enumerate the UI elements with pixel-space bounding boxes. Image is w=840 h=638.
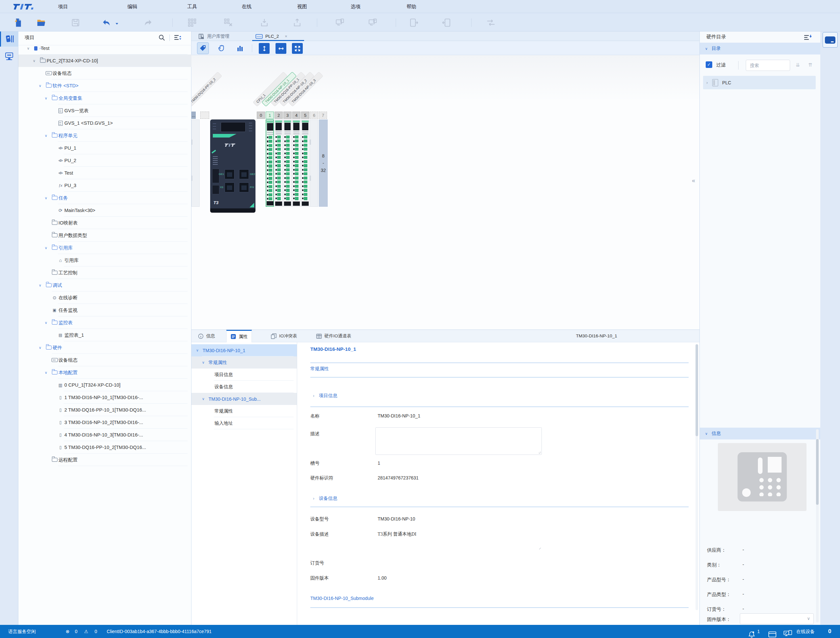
rack-slot-number[interactable]: 7: [319, 112, 327, 119]
tree-row[interactable]: Test: [18, 167, 191, 179]
tree-row[interactable]: MainTask<30>: [18, 204, 191, 216]
fit-horizontal-icon[interactable]: [275, 43, 286, 54]
clean-grid-icon[interactable]: [223, 18, 233, 28]
chevron-icon[interactable]: [45, 196, 51, 200]
hardware-catalog-dock-icon[interactable]: [823, 32, 838, 47]
rack-canvas[interactable]: 01234567... 8 - 32: [191, 55, 699, 361]
pan-tool-icon[interactable]: [216, 42, 228, 54]
redo-icon[interactable]: [143, 18, 153, 28]
menu-project[interactable]: 项目: [56, 0, 70, 13]
rack-slot-number[interactable]: 6: [310, 112, 318, 119]
online-device-icon[interactable]: [783, 627, 793, 638]
io-module-graphic[interactable]: [310, 120, 318, 207]
tree-row[interactable]: 设备组态: [18, 67, 191, 79]
tree-row[interactable]: PLC_2[T324-XP-CD-10]: [18, 54, 191, 67]
rack-slot-number[interactable]: 2: [275, 112, 283, 119]
io-module-graphic[interactable]: [283, 120, 292, 207]
warning-count-icon[interactable]: ⚠: [84, 625, 89, 638]
tree-row[interactable]: IO映射表: [18, 216, 191, 229]
tree-row[interactable]: 5 TM30-DQ16-PP-10_2[TM30-DQ16...: [18, 441, 191, 453]
general-properties-link[interactable]: 常规属性: [310, 366, 329, 372]
monitor-compare-icon[interactable]: [368, 18, 378, 28]
tree-row[interactable]: 程序单元: [18, 129, 191, 142]
tree-row[interactable]: 1 TM30-DI16-NP-10_1[TM30-DI16-...: [18, 391, 191, 404]
catalog-search-input[interactable]: [746, 60, 790, 71]
tree-row[interactable]: 工艺控制: [18, 267, 191, 279]
properties-nav-row[interactable]: 常规属性: [191, 405, 297, 417]
tab-io-conflicts[interactable]: IO冲突表: [267, 330, 301, 342]
chevron-icon[interactable]: [45, 134, 51, 138]
rack-slot-number[interactable]: 4: [292, 112, 301, 119]
section-device-info[interactable]: ›设备信息: [313, 496, 337, 501]
tree-row[interactable]: 设备组态: [18, 354, 191, 366]
tree-row[interactable]: 任务: [18, 192, 191, 204]
properties-nav-row[interactable]: TM30-DI16-NP-10_Sub...: [191, 393, 297, 405]
chevron-icon[interactable]: [202, 360, 209, 365]
tree-row[interactable]: 全局变量集: [18, 92, 191, 104]
properties-nav-row[interactable]: 项目信息: [191, 368, 297, 381]
stats-tool-icon[interactable]: [234, 42, 246, 54]
chevron-icon[interactable]: [45, 96, 51, 100]
undo-icon[interactable]: [102, 18, 112, 28]
tree-row[interactable]: 监控表: [18, 316, 191, 329]
submodule-link[interactable]: TM30-DI16-NP-10_Submodule: [310, 596, 374, 601]
tree-row[interactable]: 任务监视: [18, 304, 191, 316]
network-monitor-icon[interactable]: [0, 49, 18, 64]
tree-row[interactable]: PU_3: [18, 179, 191, 192]
tab-hw-io-channels[interactable]: 硬件IO通道表: [312, 330, 355, 342]
description-textarea[interactable]: [375, 427, 542, 455]
save-icon[interactable]: [71, 18, 81, 28]
tree-row[interactable]: Test: [18, 42, 191, 54]
tree-row[interactable]: GVS一览表: [18, 104, 191, 117]
monitor-sync-icon[interactable]: [335, 18, 345, 28]
chevron-icon[interactable]: [39, 283, 45, 287]
expand-all-icon[interactable]: ⇊: [796, 62, 800, 68]
textarea-resize-handle[interactable]: [538, 546, 541, 550]
swap-icon[interactable]: [486, 18, 496, 28]
rack-slot-number[interactable]: 5: [301, 112, 309, 119]
io-module-graphic[interactable]: [301, 120, 309, 207]
fit-all-icon[interactable]: [292, 43, 303, 54]
fit-vertical-icon[interactable]: [259, 43, 270, 54]
chevron-icon[interactable]: [39, 84, 45, 88]
scrollbar-thumb[interactable]: [696, 344, 698, 436]
section-project-info[interactable]: ›项目信息: [313, 393, 337, 399]
tree-row[interactable]: 用户数据类型: [18, 229, 191, 242]
io-module-graphic[interactable]: [191, 120, 200, 207]
chevron-icon[interactable]: [33, 59, 39, 63]
notification-bell-icon[interactable]: [748, 628, 755, 638]
rack-slot-number[interactable]: ...: [191, 112, 196, 119]
project-explorer-icon[interactable]: [0, 32, 18, 47]
rack-slot-number[interactable]: 3: [283, 112, 292, 119]
tree-row[interactable]: 监控表_1: [18, 329, 191, 341]
properties-nav-row[interactable]: 常规属性: [191, 357, 297, 368]
compile-grid-icon[interactable]: [187, 18, 197, 28]
tab-info[interactable]: 信息: [194, 330, 219, 342]
upload-device-icon[interactable]: [292, 18, 302, 28]
tab-properties[interactable]: 属性: [226, 330, 252, 342]
undo-dropdown-caret[interactable]: [115, 23, 118, 25]
tree-row[interactable]: 3 TM30-DI16-NP-10_2[TM30-DI16-...: [18, 416, 191, 429]
rack-slot-number[interactable]: 1: [266, 112, 274, 119]
close-icon[interactable]: ×: [285, 34, 287, 39]
new-file-icon[interactable]: [13, 18, 23, 28]
filter-checkbox[interactable]: ✓: [706, 62, 712, 68]
tab-plc2[interactable]: PLC_2 ×: [252, 32, 304, 41]
info-section-header[interactable]: ∨ 信息: [700, 428, 821, 439]
tree-row[interactable]: 2 TM30-DQ16-PP-10_1[TM30-DQ16...: [18, 404, 191, 416]
io-module-graphic[interactable]: [266, 120, 274, 207]
download-device-icon[interactable]: [259, 18, 269, 28]
catalog-item-plc[interactable]: › PLC: [703, 76, 816, 89]
tree-row[interactable]: 引用库: [18, 254, 191, 267]
menu-options[interactable]: 选项: [349, 0, 362, 13]
tree-row[interactable]: 远程配置: [18, 453, 191, 466]
tree-row[interactable]: 0 CPU_1[T324-XP-CD-10]: [18, 379, 191, 391]
menu-online[interactable]: 在线: [240, 0, 253, 13]
cpu-module-graphic[interactable]: GE1 GE2 X3 P/X T3: [210, 120, 255, 213]
catalog-sort-icon[interactable]: [804, 34, 812, 41]
chevron-icon[interactable]: [39, 346, 45, 350]
chevron-icon[interactable]: [45, 371, 51, 375]
sort-collapse-icon[interactable]: [174, 34, 182, 41]
collapse-right-panel-handle[interactable]: «: [692, 177, 695, 184]
chevron-icon[interactable]: [45, 321, 51, 325]
